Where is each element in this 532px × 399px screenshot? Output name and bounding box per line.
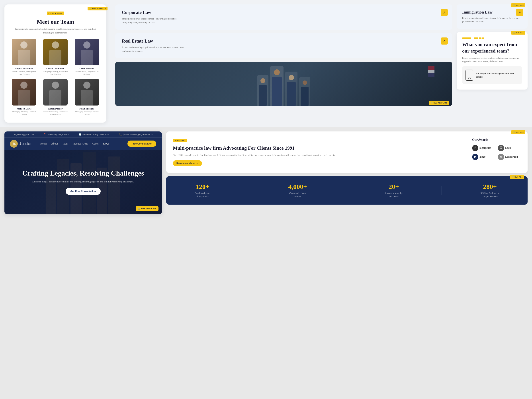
phone-header-icon: 📞 — [119, 133, 122, 136]
awards-title: Our Awards — [472, 138, 521, 142]
nav-faqs[interactable]: FAQs — [103, 142, 109, 146]
hero-section: Crafting Legacies, Resolving Challenges … — [4, 150, 162, 214]
nav-practice[interactable]: Practice Areas — [73, 142, 88, 146]
award-logoipsum: ℙ logoipsum — [472, 145, 495, 151]
award-alogo: ▶ alogo — [472, 154, 495, 160]
site-header-bar: ✉ justica@gmail.com 📍 Tobermory, ON, Can… — [4, 132, 162, 137]
bar2 — [474, 38, 478, 39]
expected-title: What you can expect from our experienced… — [462, 41, 522, 54]
bottom-right: 🛒 BUY TE... SINCE 1991 Multi-practice la… — [166, 132, 528, 214]
site-navbar: ⚖ Justica Home About Team Practice Areas… — [4, 137, 162, 150]
hero-subtitle: Discover a legal partnership committed t… — [22, 180, 144, 184]
liam-role: Senior Partner, Corporate Law Division — [73, 70, 101, 76]
logoipsum-text: logoipsum — [480, 146, 491, 150]
stat-awards-label: Awards winner byour teams — [385, 191, 403, 198]
stat-divider-3 — [442, 186, 442, 195]
jackson-role: Managing Attorney, Criminal Defense — [10, 111, 38, 116]
ethan-name: Ethan Parker — [48, 107, 63, 110]
buy-template-firm-button[interactable]: 🛒 BUY TE... — [511, 130, 525, 134]
team-member-jackson: Jackson Davis Managing Attorney, Crimina… — [10, 79, 38, 116]
hero-title: Crafting Legacies, Resolving Challenges — [22, 169, 144, 177]
liam-name: Liam Johnson — [79, 67, 94, 70]
corporate-law-arrow[interactable]: ↗ — [441, 9, 448, 16]
law-firm-website: ✉ justica@gmail.com 📍 Tobermory, ON, Can… — [4, 132, 162, 214]
buy-template-stats-button[interactable]: 🛒 BUY TE... — [510, 175, 524, 179]
logo-a-icon: Ⓐ — [498, 145, 504, 151]
olivia-name: Olivia Thompson — [46, 67, 64, 70]
free-consultation-nav-button[interactable]: Free Consultation — [127, 140, 156, 147]
bar3 — [479, 38, 481, 39]
immigration-law-card: 🛒 BUY TE... Immigration Law Expert immig… — [457, 4, 528, 29]
real-estate-arrow[interactable]: ↗ — [441, 38, 448, 44]
real-estate-title: Real Estate Law — [122, 38, 446, 44]
stats-bar: 🛒 BUY TE... 120+ Combined yearsof experi… — [166, 176, 528, 205]
logobrand-text: Logobrand — [505, 155, 518, 158]
hero-cta-button[interactable]: Get Free Consultation — [66, 188, 101, 195]
stat-divider-2 — [346, 186, 346, 195]
ethan-photo — [43, 79, 68, 106]
team-photo-bg — [115, 62, 452, 106]
stat-experience: 120+ Combined yearsof experience — [195, 183, 211, 198]
header-hours: 🕐 Monday to Friday: 8:00-20:00 — [79, 133, 109, 136]
buy-template-immigration-button[interactable]: 🛒 BUY TE... — [511, 3, 525, 7]
sophia-name: Sophia Martinez — [15, 67, 33, 70]
sophia-photo — [12, 39, 36, 65]
team-title: Meet our Team — [10, 19, 101, 25]
stat-cases-number: 4,000+ — [288, 183, 307, 190]
team-member-ethan: Ethan Parker Associate Attorney, Intelle… — [41, 79, 70, 116]
nav-home[interactable]: Home — [40, 142, 47, 146]
nav-team[interactable]: Team — [62, 142, 68, 146]
nav-about[interactable]: About — [51, 142, 58, 146]
logobrand-icon: ⊕ — [498, 154, 504, 160]
hero-content: Crafting Legacies, Resolving Challenges … — [22, 169, 144, 195]
logoipsum-icon: ℙ — [472, 145, 478, 151]
ethan-role: Associate Attorney, Intellectual Propert… — [41, 111, 70, 116]
award-logobrand: ⊕ Logobrand — [498, 154, 521, 160]
corporate-law-card: Corporate Law Strategic corporate legal … — [115, 4, 452, 30]
header-email: ✉ justica@gmail.com — [14, 133, 34, 136]
nav-cases[interactable]: Cases — [92, 142, 99, 146]
lawyer-text: A Lawyer will answer your calls and emai… — [476, 72, 519, 79]
header-phone: 📞 (+1) 987654321, (+1) 012345678 — [119, 133, 153, 136]
expected-desc: Expect personalized service, strategic s… — [462, 56, 522, 63]
stat-ratings-label: 5/5 Star Ratings onGoogle Reviews — [481, 191, 500, 198]
team-member-liam: Liam Johnson Senior Partner, Corporate L… — [73, 39, 101, 76]
noah-name: Noah Mitchell — [79, 107, 94, 110]
buy-template-services-button[interactable]: 🛒 BUY TEMPLATE — [429, 101, 449, 105]
nav-links: Home About Team Practice Areas Cases FAQ… — [40, 142, 121, 146]
bar1 — [462, 38, 471, 39]
buy-template-expected-button[interactable]: 🛒 BUY TE... — [511, 31, 525, 35]
team-member-olivia: Olivia Thompson Managing Attorney, Real … — [41, 39, 70, 76]
header-location: 📍 Tobermory, ON, Canada — [44, 133, 69, 136]
decorative-bars — [462, 38, 522, 39]
know-more-button[interactable]: Know more about us — [173, 160, 202, 166]
phone-icon — [466, 70, 473, 81]
award-logo-a: Ⓐ Logo — [498, 145, 521, 151]
awards-section: Our Awards ℙ logoipsum Ⓐ Logo ▶ alogo — [472, 138, 521, 166]
noah-photo — [75, 79, 99, 106]
firm-title: Multi-practice law firm Advocating For C… — [173, 145, 466, 151]
team-member-sophia: Sophia Martinez Senior Associate, Employ… — [10, 39, 38, 76]
olivia-role: Managing Attorney, Real Estate Law Divis… — [41, 70, 70, 76]
location-icon: 📍 — [44, 133, 46, 136]
jackson-name: Jackson Davis — [17, 107, 32, 110]
buy-template-hero-button[interactable]: 🛒 BUY TEMPLATE — [136, 206, 158, 211]
team-subtitle: Professionals passionate about deliverin… — [10, 27, 101, 34]
services-panel: Corporate Law Strategic corporate legal … — [111, 0, 457, 127]
lawyer-card: A Lawyer will answer your calls and emai… — [462, 66, 522, 84]
sophia-role: Senior Associate, Employment Law Divisio… — [10, 70, 38, 76]
buy-template-team-button[interactable]: 🛒 BUY TEMPLATE — [88, 7, 108, 10]
firm-desc: Since 1991, our multi-practice law firm … — [173, 153, 466, 157]
noah-role: Managing Attorney, Criminal Crimes — [73, 111, 101, 116]
real-estate-desc: Expert real estate legal guidance for yo… — [122, 45, 184, 53]
stat-awards-number: 20+ — [385, 183, 403, 190]
team-tag: OUR TEAM — [47, 12, 64, 15]
immigration-arrow[interactable]: ↗ — [516, 9, 523, 16]
logo-area: ⚖ Justica — [10, 140, 32, 148]
firm-tag: SINCE 1991 — [173, 139, 187, 142]
olivia-photo — [43, 39, 68, 65]
bar4 — [482, 38, 484, 39]
stat-experience-number: 120+ — [195, 183, 211, 190]
alogo-icon: ▶ — [472, 154, 478, 160]
logo-text: Justica — [19, 141, 32, 146]
